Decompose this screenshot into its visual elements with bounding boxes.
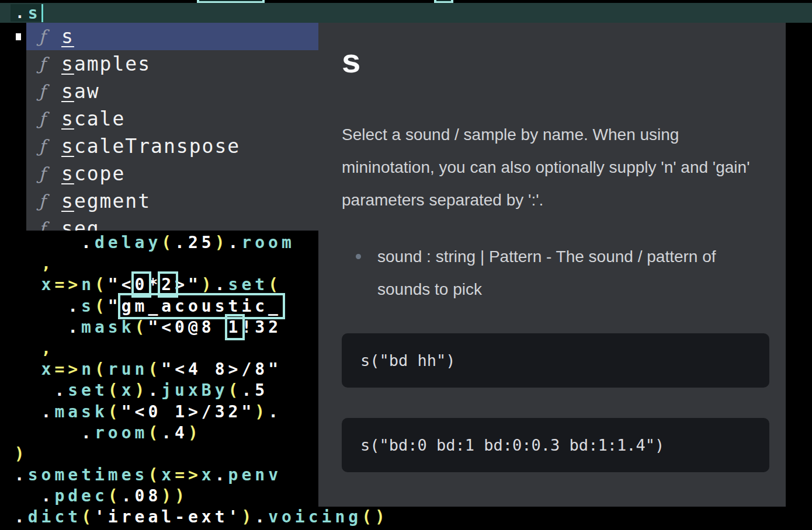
autocomplete-item-label: samples (61, 53, 151, 75)
autocomplete-list: ƒsƒsamplesƒsawƒscaleƒscaleTransposeƒscop… (26, 23, 318, 231)
autocomplete-item[interactable]: ƒsamples (26, 50, 318, 78)
autocomplete-item-label: s (61, 25, 74, 48)
doc-example-box: s("bd:0 bd:1 bd:0:0.3 bd:1:1.4") (342, 418, 769, 472)
autocomplete-item[interactable]: ƒscope (26, 160, 318, 187)
token-typed-text: s (28, 4, 38, 23)
autocomplete-item-label: seg (61, 217, 100, 231)
doc-param-item: sound : string | Pattern - The sound / p… (356, 240, 762, 306)
doc-example-code: s("bd hh") (342, 351, 456, 369)
autocomplete-item[interactable]: ƒseg (26, 215, 318, 231)
function-icon: ƒ (33, 136, 51, 156)
autocomplete-item[interactable]: ƒs (26, 23, 318, 50)
autocomplete-item-label: scaleTranspose (61, 135, 240, 158)
autocomplete-item-label: saw (61, 80, 100, 103)
code-fragment-dot (16, 33, 21, 40)
autocomplete-item-label: scope (61, 162, 125, 185)
code-line: .dict('ireal-ext').voicing() (1, 507, 812, 528)
token-prefix: . (15, 4, 25, 22)
function-icon: ƒ (33, 163, 51, 184)
doc-description: Select a sound / sample by name. When us… (342, 118, 751, 217)
function-icon: ƒ (33, 191, 51, 211)
function-icon: ƒ (33, 81, 51, 102)
function-icon: ƒ (33, 218, 51, 231)
autocomplete-item-label: scale (61, 107, 125, 130)
doc-example-code: s("bd:0 bd:1 bd:0:0.3 bd:1:1.4") (342, 436, 664, 454)
function-icon: ƒ (33, 26, 51, 47)
text-cursor (41, 4, 43, 22)
doc-param-text: sound : string | Pattern - The sound / p… (377, 240, 762, 306)
doc-title: s (342, 44, 762, 78)
autocomplete-item[interactable]: ƒsaw (26, 78, 318, 105)
autocomplete-popup: ƒsƒsamplesƒsawƒscaleƒscaleTransposeƒscop… (26, 23, 318, 231)
autocomplete-item[interactable]: ƒsegment (26, 187, 318, 215)
active-token: . s (11, 4, 44, 22)
function-icon: ƒ (33, 54, 51, 74)
editor-active-line[interactable]: . s (0, 3, 812, 23)
autocomplete-item[interactable]: ƒscale (26, 105, 318, 132)
function-icon: ƒ (33, 109, 51, 129)
autocomplete-item-label: segment (61, 190, 151, 212)
doc-panel: s Select a sound / sample by name. When … (318, 23, 786, 507)
autocomplete-item[interactable]: ƒscaleTranspose (26, 132, 318, 160)
doc-example-box: s("bd hh") (342, 333, 769, 388)
bullet-icon (356, 254, 361, 259)
